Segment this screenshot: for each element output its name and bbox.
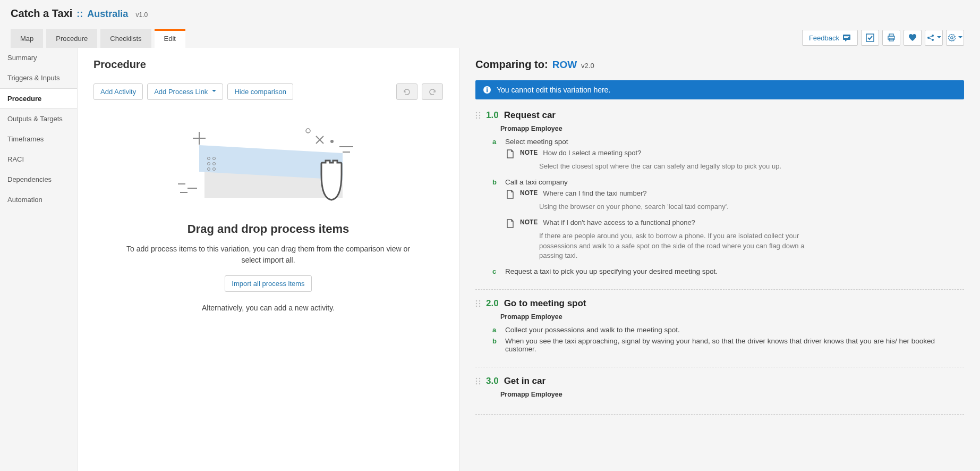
svg-point-45 [479,378,480,379]
sidebar-item-triggers-inputs[interactable]: Triggers & Inputs [0,68,77,88]
empty-alt-text: Alternatively, you can add a new activit… [120,302,417,314]
add-process-link-button[interactable]: Add Process Link [147,83,223,100]
tab-map[interactable]: Map [11,29,43,48]
svg-point-12 [951,37,953,39]
empty-illustration [178,121,359,217]
sidebar-item-automation[interactable]: Automation [0,190,77,210]
info-banner: You cannot edit this variation here. [475,80,964,99]
task-letter: b [492,178,499,186]
task-text: Select meeting spot [505,138,964,146]
undo-button[interactable] [396,83,417,100]
drag-handle-icon[interactable] [475,300,481,307]
sidebar-item-timeframes[interactable]: Timeframes [0,129,77,149]
svg-point-36 [476,117,477,119]
activity-role: Promapp Employee [500,313,964,321]
sidebar-item-outputs-targets[interactable]: Outputs & Targets [0,109,77,129]
share-button[interactable] [925,30,943,46]
print-icon [887,33,896,42]
sidebar: SummaryTriggers & InputsProcedureOutputs… [0,48,77,471]
hide-comparison-button[interactable]: Hide comparison [227,83,293,100]
tab-edit[interactable]: Edit [155,29,185,48]
add-activity-button[interactable]: Add Activity [93,83,143,100]
svg-point-30 [487,87,488,89]
settings-button[interactable] [946,30,964,46]
svg-rect-5 [889,34,893,36]
svg-point-43 [479,306,480,307]
note-question: How do I select a meeting spot? [543,149,641,157]
activity-role: Promapp Employee [500,125,964,132]
task-letter: a [492,326,499,334]
note-icon [506,219,515,228]
gear-icon [948,33,956,42]
page-title: Catch a Taxi [11,7,72,20]
activity: 3.0Get in carPromapp Employee [475,376,964,415]
compare-label: Comparing to: [475,58,548,71]
sidebar-item-summary[interactable]: Summary [0,48,77,68]
task-row: aSelect meeting spot [492,138,964,146]
task-text: Request a taxi to pick you up specifying… [505,267,964,275]
svg-point-37 [479,117,480,119]
svg-point-48 [476,383,477,384]
redo-icon [429,89,436,95]
tab-checklists[interactable]: Checklists [100,29,151,48]
sidebar-item-procedure[interactable]: Procedure [0,88,77,109]
svg-line-10 [930,36,932,37]
comment-icon [842,34,851,41]
note-question: Where can I find the taxi number? [543,189,646,197]
activity: 2.0Go to meeting spotPromapp EmployeeaCo… [475,298,964,367]
note-answer: Select the closest spot where the car ca… [539,162,826,172]
heart-icon [908,34,917,41]
activity-number: 2.0 [486,298,499,309]
variation-name[interactable]: Australia [87,9,128,20]
activity-number: 3.0 [486,376,499,386]
activity-title: Get in car [504,376,546,386]
empty-description: To add process items to this variation, … [120,243,417,266]
import-all-button[interactable]: Import all process items [225,275,311,292]
note-answer: Using the browser on your phone, search … [539,202,826,212]
chevron-down-icon [935,33,941,42]
main-heading: Procedure [93,58,443,71]
note-label: NOTE [520,189,538,197]
svg-rect-2 [844,37,848,38]
chevron-down-icon [210,88,216,96]
chevron-down-icon [956,33,962,42]
drag-handle-icon[interactable] [475,112,481,119]
activity-title: Go to meeting spot [504,298,586,309]
compare-variation[interactable]: ROW [552,59,577,71]
approve-button[interactable] [861,30,879,46]
activity-role: Promapp Employee [500,391,964,398]
version-label: v1.0 [135,11,148,19]
task-text: When you see the taxi approaching, signa… [505,337,964,353]
note-question: What if I don't have access to a functio… [543,218,695,226]
note-row: NOTEWhat if I don't have access to a fun… [506,218,964,228]
svg-rect-3 [866,34,874,41]
svg-point-44 [476,378,477,379]
drag-handle-icon[interactable] [475,377,481,385]
note-label: NOTE [520,149,538,156]
svg-point-47 [479,381,480,382]
redo-button[interactable] [422,83,443,100]
svg-point-46 [476,381,477,382]
task-letter: b [492,337,499,353]
svg-point-39 [479,300,480,301]
svg-point-38 [476,300,477,301]
tab-procedure[interactable]: Procedure [46,29,97,48]
sidebar-item-raci[interactable]: RACI [0,149,77,170]
add-process-link-label: Add Process Link [154,88,208,96]
task-text: Collect your possessions and walk to the… [505,326,964,334]
task-row: cRequest a taxi to pick you up specifyin… [492,267,964,275]
sidebar-item-dependencies[interactable]: Dependencies [0,170,77,190]
banner-text: You cannot edit this variation here. [497,86,610,94]
svg-point-41 [479,303,480,304]
svg-point-16 [330,140,334,143]
svg-point-34 [476,115,477,116]
note-icon [506,190,515,199]
undo-icon [403,89,411,95]
note-label: NOTE [520,218,538,226]
print-button[interactable] [882,30,900,46]
compare-version: v2.0 [581,62,594,70]
activity-title: Request car [504,110,556,121]
favourite-button[interactable] [904,30,922,46]
feedback-button[interactable]: Feedback [802,30,858,46]
svg-point-15 [306,129,310,133]
